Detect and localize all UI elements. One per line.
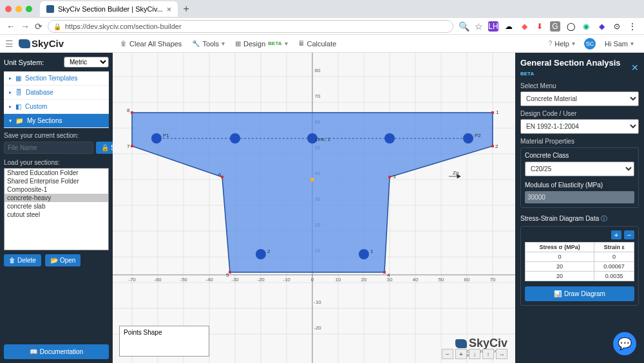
draw-diagram-button[interactable]: 📊Draw Diagram [525,286,634,301]
filename-input[interactable] [4,142,93,154]
unit-label: Unit System: [4,59,44,66]
zoom-out-icon[interactable]: − [442,349,453,359]
list-item[interactable]: Shared Education Folder [5,169,108,177]
new-tab-button[interactable]: + [183,3,189,15]
list-item[interactable]: Shared Enterprise Folder [5,177,108,185]
close-panel-icon[interactable]: ✕ [631,62,639,73]
svg-text:-60: -60 [154,277,162,283]
svg-rect-59 [221,176,223,178]
main: Unit System: Metric ▸▦Section Templates … [0,53,644,363]
delete-button[interactable]: 🗑Delete [4,254,41,266]
reload-icon[interactable]: ⟳ [35,21,43,32]
forward-icon[interactable]: → [21,21,30,32]
left-panel: Unit System: Metric ▸▦Section Templates … [0,53,113,363]
panel-title: General Section Analysis BETA [520,58,631,77]
open-button[interactable]: 📂Open [45,254,80,266]
accordion-templates[interactable]: ▸▦Section Templates [4,71,109,86]
window-controls[interactable] [5,6,32,12]
clear-shapes-button[interactable]: 🗑Clear All Shapes [115,37,187,50]
list-item[interactable]: Compoosite-1 [5,185,108,194]
ext-icon[interactable]: ⬇ [535,21,545,32]
chat-button[interactable]: 💬 [613,332,636,355]
list-item[interactable]: concrete-heavy [5,194,108,202]
app-toolbar: ☰ SkyCiv 🗑Clear All Shapes 🔧Tools▾ ▦Desi… [0,35,644,53]
accordion-database[interactable]: ▸🗄Database [4,86,109,100]
svg-point-76 [256,249,266,259]
svg-text:60: 60 [464,277,470,283]
select-menu[interactable]: Concrete Material [520,91,639,106]
menu-icon[interactable]: ⋮ [627,21,638,32]
svg-text:3: 3 [393,174,396,180]
chevron-right-icon: ▸ [9,104,12,109]
star-icon[interactable]: ☆ [475,21,483,32]
tab-bar: SkyCiv Section Builder | SkyCiv... × + [0,0,644,18]
tools-button[interactable]: 🔧Tools▾ [187,37,230,50]
ext-icon[interactable]: ◯ [565,21,576,32]
ext-icon[interactable]: ◆ [519,21,529,32]
section-list[interactable]: Shared Education Folder Shared Enterpris… [4,168,109,250]
close-tab-icon[interactable]: × [167,5,172,14]
user-avatar[interactable]: SC [584,38,596,50]
modulus-label: Modulus of Elasticity (MPa) [525,182,634,189]
design-code-select[interactable]: EN 1992-1-1:2004 [520,119,639,134]
design-button[interactable]: ▦DesignBETA▾ [230,37,292,50]
svg-point-74 [384,133,395,144]
svg-point-75 [463,133,473,144]
svg-rect-54 [491,111,494,114]
back-icon[interactable]: ← [6,21,15,32]
select-menu-label: Select Menu [520,82,639,89]
chevron-right-icon: ▸ [9,75,12,81]
help-icon: ? [549,40,553,47]
svg-text:-70: -70 [128,277,136,283]
ext-icon[interactable]: ◉ [581,21,591,32]
browser-chrome: SkyCiv Section Builder | SkyCiv... × + ←… [0,0,644,35]
book-icon: 📖 [30,348,37,355]
unit-select[interactable]: Metric [64,57,109,68]
material-properties-label: Material Properties [520,138,639,145]
maximize-window-icon[interactable] [26,6,32,12]
svg-text:50: 50 [439,277,444,283]
add-row-button[interactable]: + [611,230,621,239]
user-menu[interactable]: Hi Sam▾ [600,37,639,50]
minimize-window-icon[interactable] [15,6,22,12]
info-icon[interactable]: ⓘ [601,215,607,222]
remove-row-button[interactable]: − [624,230,634,239]
hamburger-icon[interactable]: ☰ [5,39,14,49]
ext-icon[interactable]: G [550,21,560,32]
logo-icon [455,339,467,348]
svg-text:-50: -50 [180,277,187,283]
svg-text:-40: -40 [205,277,213,283]
ext-icon[interactable]: ◆ [596,21,607,32]
pan-right-icon[interactable]: → [496,349,507,359]
logo-icon [19,39,30,48]
documentation-button[interactable]: 📖Documentation [4,344,109,359]
logo[interactable]: SkyCiv [19,38,64,49]
search-icon[interactable]: 🔍 [459,21,469,32]
svg-text:1: 1 [370,248,374,254]
accordion-mysections[interactable]: ▾📁My Sections [4,114,109,128]
close-window-icon[interactable] [5,6,12,12]
svg-point-71 [151,133,162,144]
canvas[interactable]: -70-60-50-40-30-20-10010203040506070 807… [113,53,515,363]
ext-icon[interactable]: ⊙ [612,21,622,32]
ext-icon[interactable]: LH [488,21,498,32]
list-item[interactable]: cutout steel [5,210,108,219]
chevron-down-icon: ▾ [572,40,575,47]
pan-up-icon[interactable]: ↑ [482,349,494,359]
svg-point-77 [359,249,369,259]
zoom-in-icon[interactable]: + [455,349,467,359]
svg-text:2: 2 [267,248,270,254]
design-code-label: Design Code / User [520,110,639,117]
ext-icon[interactable]: ☁ [504,21,514,32]
pan-down-icon[interactable]: ↓ [469,349,480,359]
url-bar[interactable]: 🔒 https://dev.skyciv.com/section-builder [48,20,453,33]
browser-tab[interactable]: SkyCiv Section Builder | SkyCiv... × [40,1,178,17]
calculate-button[interactable]: 🖩Calculate [293,37,342,50]
shapes-icon: ◧ [15,103,21,110]
concrete-class-select[interactable]: C20/25 [525,162,634,176]
help-button[interactable]: ?Help▾ [544,37,580,50]
lock-icon: 🔒 [101,144,109,151]
folder-icon: 📁 [15,117,23,124]
accordion-custom[interactable]: ▸◧Custom [4,100,109,114]
list-item[interactable]: concrete slab [5,202,108,210]
